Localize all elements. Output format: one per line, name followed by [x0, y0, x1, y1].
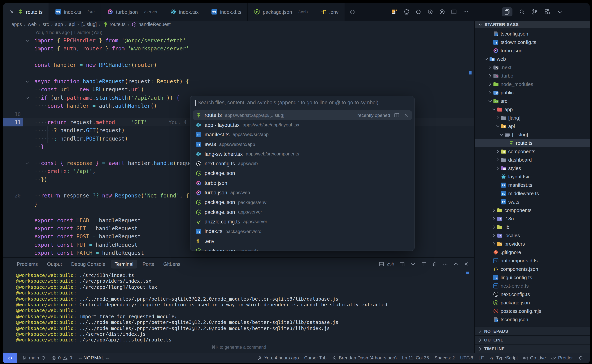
branch-indicator[interactable]: main [20, 355, 48, 361]
code-line[interactable]: import { RPCHandler } from '@orpc/server… [3, 37, 474, 45]
status-utf-8[interactable]: UTF-8 [457, 355, 476, 361]
chevron-down-icon[interactable] [495, 124, 500, 129]
circle-arrow-icon[interactable] [427, 9, 433, 15]
circle-outline-icon[interactable] [415, 9, 421, 15]
sync-icon[interactable] [41, 355, 46, 360]
problems-indicator[interactable]: 00 [48, 355, 75, 361]
breadcrumb-item[interactable]: app [55, 22, 63, 27]
sync-icon[interactable] [404, 9, 410, 15]
chevron-down-icon[interactable] [557, 9, 563, 15]
chevron-right-icon[interactable] [488, 82, 492, 86]
tree-item-components.json[interactable]: {}components.json [475, 265, 590, 273]
tree-item-locales[interactable]: Alocales [475, 231, 590, 240]
fold-chevron-icon[interactable] [25, 161, 30, 166]
tree-item-middleware.ts[interactable]: TSmiddleware.ts [475, 189, 590, 197]
quick-open-item[interactable]: TSindex.tspackages/env/src [193, 227, 412, 236]
panel-tab-gitlens[interactable]: GitLens [160, 260, 184, 268]
chevron-down-icon[interactable] [499, 132, 504, 137]
chevron-down-icon[interactable] [484, 56, 489, 61]
explorer-header[interactable]: STARTER-SASS [475, 21, 590, 28]
breadcrumb-symbol[interactable]: handleRequest [132, 22, 171, 27]
status-you-4-hours-ago[interactable]: You, 4 hours ago [255, 355, 302, 361]
tree-item-tsconfig.json[interactable]: TStsconfig.json [475, 29, 590, 38]
tree-item-dashboard[interactable]: dashboard [475, 156, 590, 164]
panel-tab-debug-console[interactable]: Debug Console [67, 260, 109, 268]
chevron-right-icon[interactable] [488, 90, 492, 95]
tree-item-layout.tsx[interactable]: layout.tsx [475, 172, 590, 181]
remove-item-icon[interactable] [404, 112, 409, 118]
chevron-right-icon[interactable] [495, 115, 500, 120]
tree-item-src[interactable]: </>src [475, 97, 590, 105]
extensions-icon[interactable] [544, 9, 550, 15]
tree-item-manifest.ts[interactable]: TSmanifest.ts [475, 181, 590, 189]
quick-open-item[interactable]: JSpackage.jsonapps/web [193, 246, 412, 251]
sidebar-section-outline[interactable]: OUTLINE [475, 335, 590, 344]
quick-open-input[interactable]: Search files, content, and symbols (appe… [190, 96, 414, 109]
breadcrumb-item[interactable]: api [69, 22, 75, 27]
quick-open-item[interactable]: turbo.json [193, 178, 412, 188]
open-to-side-icon[interactable] [394, 112, 400, 118]
tree-item-lingui.config.ts[interactable]: TSlingui.config.ts [475, 273, 590, 281]
tab-route.ts[interactable]: route.ts [3, 3, 49, 21]
tree-item-components[interactable]: components [475, 206, 590, 214]
activity-files-active[interactable] [502, 7, 512, 16]
breadcrumb-item[interactable]: src [43, 22, 49, 27]
tree-item-.turbo[interactable]: .turbo [475, 72, 590, 80]
status-bell[interactable] [576, 355, 586, 360]
tree-item-tsconfig.json[interactable]: TStsconfig.json [475, 315, 590, 324]
circle-slash-icon[interactable] [350, 9, 355, 15]
tree-item-postcss.config.mjs[interactable]: postcss.config.mjs [475, 307, 590, 315]
quick-open-item[interactable]: JSpackage.jsonapps/server [193, 207, 412, 217]
status-spaces-2[interactable]: Spaces: 2 [432, 355, 457, 361]
quick-open-item[interactable]: app - layout.tsxapps/web/src/app/layout.… [193, 120, 412, 130]
source-control-icon[interactable] [531, 9, 538, 15]
tree-item-lib[interactable]: lib [475, 223, 590, 231]
tree-item-.next[interactable]: .next [475, 63, 590, 72]
breadcrumb-item[interactable]: [...slug] [81, 22, 97, 27]
quick-open-item[interactable]: drizzle.config.tsapps/server [193, 217, 412, 227]
tab-turbo.json[interactable]: turbo.json.../server [101, 3, 164, 21]
status-cursor-tab[interactable]: Cursor Tab [302, 355, 329, 361]
tab-index.tsx[interactable]: index.tsx [164, 3, 205, 21]
tree-item-app[interactable]: app [475, 105, 590, 113]
maximize-panel-icon[interactable] [453, 261, 458, 266]
fold-chevron-icon[interactable] [25, 96, 30, 100]
chevron-right-icon[interactable] [495, 166, 500, 170]
quick-open-item[interactable]: turbo.jsonapps/web [193, 188, 412, 198]
tree-item-[...slug][interactable]: [...slug] [475, 130, 590, 139]
code-line[interactable]: import { auth, router } from '@workspace… [3, 45, 474, 53]
remote-indicator[interactable] [3, 353, 17, 363]
split-pane-icon[interactable] [421, 261, 427, 267]
tab-close-icon[interactable] [9, 9, 14, 14]
panel-tab-ports[interactable]: Ports [139, 260, 158, 268]
code-line[interactable]: async function handleRequest(request: Re… [3, 78, 474, 86]
sidebar-section-notepads[interactable]: NOTEPADS [475, 327, 590, 335]
play-circle-icon[interactable] [439, 9, 445, 15]
chevron-right-icon[interactable] [491, 216, 496, 221]
tab-index.ts[interactable]: TSindex.ts.../src [49, 3, 101, 21]
chevron-right-icon[interactable] [495, 157, 500, 162]
ellipsis-icon[interactable] [463, 9, 469, 15]
tree-item-i18n[interactable]: Ai18n [475, 214, 590, 223]
status-prettier[interactable]: Prettier [549, 355, 576, 361]
status-typescript[interactable]: {}TypeScript [487, 355, 520, 361]
panel-tab-terminal[interactable]: Terminal [111, 260, 137, 268]
quick-open-item[interactable]: .env [193, 236, 412, 246]
tree-item-node_modules[interactable]: node_modules [475, 80, 590, 88]
status-go-live[interactable]: Go Live [520, 355, 549, 361]
quick-open-item[interactable]: JSpackage.jsonpackages/env [193, 197, 412, 207]
tree-item-turbo.json[interactable]: turbo.json [475, 46, 590, 55]
split-terminal-icon[interactable] [399, 261, 405, 267]
more-actions-icon[interactable] [443, 261, 448, 267]
tree-item-public[interactable]: public [475, 88, 590, 97]
status-ln-11-col-35[interactable]: Ln 11, Col 35 [399, 355, 432, 361]
code-line[interactable]: ··const url = new URL(request.url) [3, 86, 474, 94]
breadcrumb-file[interactable]: route.ts [103, 22, 125, 27]
chevron-right-icon[interactable] [491, 208, 496, 213]
search-icon[interactable] [519, 9, 525, 15]
chevron-right-icon[interactable] [491, 241, 496, 246]
tree-item-providers[interactable]: providers [475, 240, 590, 248]
layout-grid-icon[interactable] [392, 9, 398, 15]
status-lf[interactable]: LF [476, 355, 486, 361]
chevron-right-icon[interactable] [488, 73, 492, 78]
